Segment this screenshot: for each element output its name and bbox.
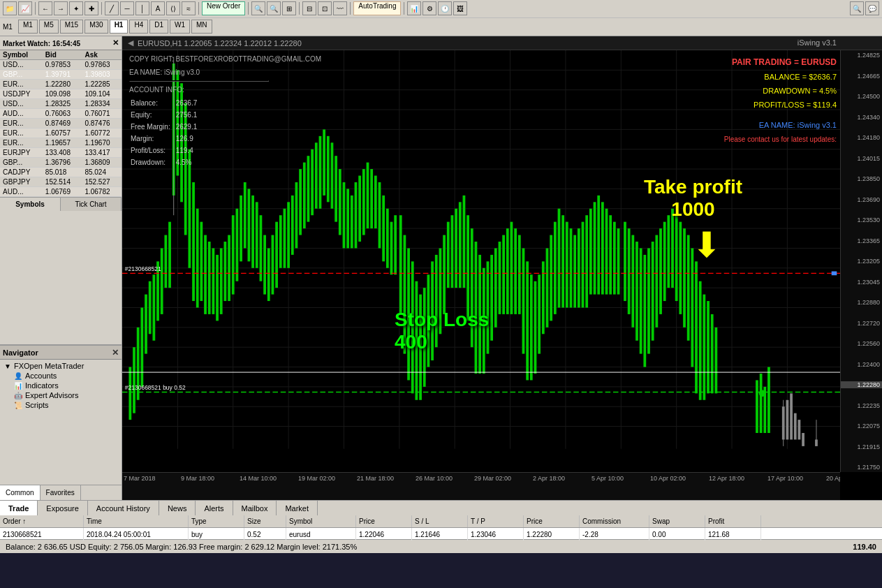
toolbar-btn-zoomin[interactable]: 🔍	[251, 1, 265, 15]
tab-alerts[interactable]: Alerts	[196, 501, 233, 515]
svg-rect-84	[331, 142, 334, 208]
toolbar-btn-text[interactable]: A	[151, 1, 165, 15]
toolbar-btn-misc4[interactable]: 🖼	[453, 1, 467, 15]
nav-item-expert-advisors[interactable]: 🤖 Expert Advisors	[0, 390, 122, 400]
market-watch-row[interactable]: GBP... 1.36796 1.36809	[0, 158, 122, 168]
timeframe-btn-m30[interactable]: M30	[84, 20, 108, 34]
toolbar-btn-hline[interactable]: ─	[120, 1, 134, 15]
toolbar-btn-misc1[interactable]: 📊	[407, 1, 421, 15]
market-watch-row[interactable]: EUR... 0.87469 0.87476	[0, 119, 122, 128]
autotrading-button[interactable]: AutoTrading	[353, 1, 401, 15]
cell-profit: 121.68	[705, 528, 761, 541]
nav-item-accounts[interactable]: 👤 Accounts	[0, 371, 122, 381]
svg-rect-86	[339, 169, 341, 235]
nav-item-scripts[interactable]: 📜 Scripts	[0, 400, 122, 410]
market-watch-row[interactable]: EUR... 1.60757 1.60772	[0, 128, 122, 138]
market-watch-row[interactable]: AUD... 0.76063 0.76071	[0, 109, 122, 119]
separator4	[248, 2, 249, 15]
mw-ask: 85.024	[82, 168, 122, 177]
market-watch-row[interactable]: USD... 0.97853 0.97863	[0, 60, 122, 70]
cell-symbol: eurusd	[286, 528, 356, 541]
tab-account-history[interactable]: Account History	[88, 501, 159, 515]
market-watch-row[interactable]: AUD... 1.06769 1.06782	[0, 187, 122, 197]
left-tab-favorites[interactable]: Favorites	[41, 485, 81, 500]
toolbar-btn-misc2[interactable]: ⚙	[422, 1, 436, 15]
svg-rect-152	[601, 202, 604, 294]
toolbar-btn-back[interactable]: ←	[38, 1, 52, 15]
mw-ask: 1.60772	[82, 128, 122, 138]
toolbar-btn-chat[interactable]: 💬	[865, 1, 879, 15]
mw-ask: 152.527	[82, 177, 122, 187]
market-watch-row[interactable]: EUR... 1.19657 1.19670	[0, 138, 122, 148]
timeframe-btn-w1[interactable]: W1	[170, 20, 190, 34]
toolbar-btn-new-folder[interactable]: 📁	[3, 1, 17, 15]
toolbar-btn-zoomout[interactable]: 🔍	[267, 1, 281, 15]
toolbar-btn-fib[interactable]: ≈	[182, 1, 196, 15]
toolbar-btn-candle[interactable]: ⊡	[318, 1, 332, 15]
svg-rect-149	[589, 209, 592, 295]
toolbar-btn-chart[interactable]: 📈	[18, 1, 32, 15]
stop-loss-annotation: Stop Loss 400	[395, 309, 489, 353]
toolbar-btn-fit[interactable]: ⊞	[282, 1, 296, 15]
toolbar-btn-crosshair[interactable]: ✚	[84, 1, 98, 15]
tab-tick-chart[interactable]: Tick Chart	[61, 198, 122, 211]
svg-rect-173	[687, 235, 690, 341]
market-watch-row[interactable]: EURJPY 133.408 133.417	[0, 148, 122, 158]
stop-loss-text: Stop Loss	[395, 309, 489, 331]
nav-accounts-icon: 👤	[14, 372, 22, 380]
separator6	[350, 2, 351, 15]
timeframe-btn-h1[interactable]: H1	[110, 20, 128, 34]
tab-market[interactable]: Market	[277, 501, 318, 515]
timeframe-btn-h4[interactable]: H4	[129, 20, 148, 34]
col-swap: Swap	[649, 515, 705, 527]
svg-rect-117	[463, 196, 466, 288]
market-watch-row[interactable]: EUR... 1.22280 1.22285	[0, 80, 122, 89]
market-watch-row[interactable]: GBPJPY 152.514 152.527	[0, 177, 122, 187]
left-tab-common[interactable]: Common	[0, 485, 41, 500]
toolbar-btn-misc3[interactable]: 🕐	[438, 1, 452, 15]
mw-symbol: CADJPY	[0, 168, 43, 177]
col-ask: Ask	[82, 50, 122, 60]
tab-mailbox[interactable]: Mailbox	[233, 501, 277, 515]
timeframe-btn-mn[interactable]: MN	[191, 20, 212, 34]
take-profit-annotation: Take profit 1000	[644, 176, 742, 221]
tab-symbols[interactable]: Symbols	[0, 198, 61, 211]
timeframe-btn-m5[interactable]: M5	[39, 20, 59, 34]
nav-item-indicators[interactable]: 📊 Indicators	[0, 381, 122, 390]
toolbar-btn-search[interactable]: 🔍	[850, 1, 864, 15]
toolbar-btn-cursor[interactable]: ✦	[69, 1, 83, 15]
timeframe-btn-d1[interactable]: D1	[149, 20, 168, 34]
timeframe-btn-m15[interactable]: M15	[60, 20, 83, 34]
price-4: 1.24340	[841, 114, 882, 121]
orders-table-row[interactable]: 2130668521 2018.04.24 05:00:01 buy 0.52 …	[0, 528, 882, 541]
market-watch-row[interactable]: GBP... 1.39791 1.39803	[0, 70, 122, 80]
toolbar-btn-forward[interactable]: →	[54, 1, 68, 15]
tab-trade[interactable]: Trade	[0, 501, 38, 515]
market-watch-row[interactable]: USDJPY 109.098 109.104	[0, 89, 122, 99]
toolbar-btn-line2[interactable]: 〰	[333, 1, 347, 15]
svg-rect-93	[367, 163, 369, 228]
mw-symbol: GBPJPY	[0, 177, 43, 187]
toolbar-btn-abc[interactable]: ⟨⟩	[166, 1, 180, 15]
col-symbol: Symbol	[0, 50, 43, 60]
toolbar-btn-vline[interactable]: │	[135, 1, 149, 15]
price-10: 1.23365	[841, 237, 882, 244]
chart-area[interactable]: ◀ EURUSD,H1 1.22065 1.22324 1.22012 1.22…	[122, 36, 882, 500]
market-watch-row[interactable]: USD... 1.28325 1.28334	[0, 99, 122, 109]
market-watch-row[interactable]: CADJPY 85.018 85.024	[0, 168, 122, 177]
mw-bid: 133.408	[43, 148, 82, 158]
timeframe-btn-m1[interactable]: M1	[18, 20, 38, 34]
svg-rect-101	[399, 215, 402, 314]
nav-item-scripts-label: Scripts	[25, 401, 49, 409]
col-profit: Profit	[705, 515, 761, 527]
navigator-close-button[interactable]: ✕	[112, 348, 119, 358]
market-watch-close-button[interactable]: ✕	[112, 38, 119, 47]
timeframe-label: M1	[3, 23, 13, 31]
tab-news[interactable]: News	[159, 501, 196, 515]
tab-exposure[interactable]: Exposure	[38, 501, 87, 515]
toolbar-btn-bar[interactable]: ⊟	[302, 1, 316, 15]
toolbar-btn-line[interactable]: ╱	[105, 1, 119, 15]
new-order-button[interactable]: New Order	[202, 1, 245, 15]
take-profit-value: 1000	[644, 198, 742, 221]
nav-item-root[interactable]: ▼ FXOpen MetaTrader	[0, 361, 122, 371]
